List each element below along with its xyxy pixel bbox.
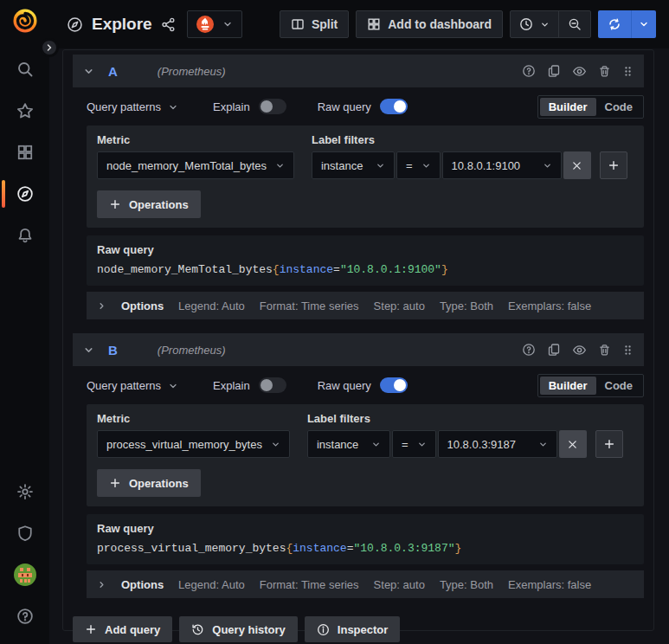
explain-label: Explain xyxy=(213,379,250,392)
filter-label-select[interactable]: instance xyxy=(307,430,390,458)
option-format: Format: Time series xyxy=(260,578,359,591)
filter-label-select[interactable]: instance xyxy=(312,151,395,179)
remove-query-icon[interactable] xyxy=(598,65,611,78)
add-to-dashboard-button[interactable]: Add to dashboard xyxy=(356,10,503,38)
datasource-picker[interactable] xyxy=(187,10,242,38)
builder-tab[interactable]: Builder xyxy=(540,98,596,116)
chevron-right-icon xyxy=(44,42,55,53)
raw-query-toggle[interactable] xyxy=(380,99,408,114)
add-filter-button[interactable] xyxy=(595,430,623,458)
remove-filter-button[interactable] xyxy=(563,151,591,179)
sidebar-item-profile[interactable] xyxy=(0,554,49,596)
disable-query-icon[interactable] xyxy=(572,343,587,357)
metric-select[interactable]: process_virtual_memory_bytes xyxy=(97,430,290,458)
filter-label-value: instance xyxy=(321,159,363,172)
raw-query-label: Raw query xyxy=(318,379,371,392)
split-button[interactable]: Split xyxy=(280,10,349,38)
remove-query-icon[interactable] xyxy=(598,344,611,357)
collapse-icon[interactable] xyxy=(83,66,94,77)
duplicate-query-icon[interactable] xyxy=(547,343,561,357)
avatar xyxy=(14,564,36,586)
option-exemplars: Exemplars: false xyxy=(508,299,591,312)
raw-query-section-label: Raw query xyxy=(97,243,634,256)
query-ref: A xyxy=(108,64,118,79)
operations-label: Operations xyxy=(129,198,189,211)
query-patterns-dropdown[interactable]: Query patterns xyxy=(87,379,161,392)
add-query-label: Add query xyxy=(105,623,160,636)
filter-value-select[interactable]: 10.8.0.1:9100 xyxy=(442,151,562,179)
label-filters-field: Label filters instance = 10.8. xyxy=(312,133,627,179)
add-query-button[interactable]: Add query xyxy=(73,616,172,642)
chevron-down-icon xyxy=(168,381,178,391)
time-range-picker[interactable] xyxy=(511,11,558,37)
sidebar-item-explore[interactable] xyxy=(0,173,49,215)
filter-operator-select[interactable]: = xyxy=(392,430,436,458)
bell-icon xyxy=(16,227,34,244)
query-options-row[interactable]: Options Legend: Auto Format: Time series… xyxy=(87,292,644,319)
inspector-button[interactable]: Inspector xyxy=(305,616,401,642)
drag-handle-icon[interactable] xyxy=(622,65,634,78)
sidebar-item-alerting[interactable] xyxy=(0,215,49,256)
filter-operator-value: = xyxy=(402,438,408,451)
query-toolbar: Query patterns Explain Raw query Builder… xyxy=(87,372,644,398)
duplicate-query-icon[interactable] xyxy=(547,64,561,78)
option-legend: Legend: Auto xyxy=(178,578,245,591)
filter-operator-select[interactable]: = xyxy=(396,151,441,179)
share-icon[interactable] xyxy=(161,17,176,32)
help-icon[interactable] xyxy=(522,64,536,78)
sidebar-item-starred[interactable] xyxy=(0,90,49,132)
filter-value-value: 10.8.0.1:9100 xyxy=(452,159,521,172)
magnifier-minus-icon xyxy=(568,17,582,31)
refresh-button[interactable] xyxy=(598,10,631,38)
collapse-icon[interactable] xyxy=(83,345,94,356)
query-a-header: A (Prometheus) xyxy=(73,55,644,87)
disable-query-icon[interactable] xyxy=(572,64,587,79)
sidebar-item-dashboards[interactable] xyxy=(0,132,49,173)
options-label: Options xyxy=(121,578,164,591)
add-filter-button[interactable] xyxy=(600,151,627,179)
explain-toggle[interactable] xyxy=(259,99,286,114)
chevron-down-icon xyxy=(371,440,381,449)
query-b-header: B (Prometheus) xyxy=(73,333,644,366)
grafana-logo[interactable] xyxy=(11,7,39,35)
sidebar-item-server-admin[interactable] xyxy=(0,512,49,554)
compass-icon xyxy=(67,16,83,33)
add-operation-button[interactable]: Operations xyxy=(97,469,201,497)
metric-select[interactable]: node_memory_MemTotal_bytes xyxy=(97,151,294,179)
expand-sidebar-button[interactable] xyxy=(40,38,59,57)
chevron-down-icon xyxy=(417,440,427,449)
query-ref: B xyxy=(108,343,118,357)
add-operation-button[interactable]: Operations xyxy=(97,190,201,218)
editor-mode-switch: Builder Code xyxy=(537,374,644,397)
filter-operator-value: = xyxy=(406,159,413,172)
refresh-interval-dropdown[interactable] xyxy=(631,10,656,38)
zoom-out-time-button[interactable] xyxy=(558,11,590,37)
chevron-down-icon xyxy=(275,161,285,171)
code-tab[interactable]: Code xyxy=(596,98,642,116)
plus-icon xyxy=(85,623,97,635)
option-type: Type: Both xyxy=(440,299,493,312)
label-filters-field: Label filters instance = 10.8. xyxy=(307,412,623,458)
help-icon[interactable] xyxy=(522,343,536,357)
chevron-down-icon xyxy=(168,102,178,113)
sidebar-item-configuration[interactable] xyxy=(0,471,49,512)
option-step: Step: auto xyxy=(374,578,425,591)
sidebar-item-search[interactable] xyxy=(0,48,49,90)
query-patterns-dropdown[interactable]: Query patterns xyxy=(87,100,161,113)
time-picker-group xyxy=(510,10,591,38)
explain-toggle[interactable] xyxy=(259,377,286,393)
query-history-button[interactable]: Query history xyxy=(179,616,298,642)
builder-tab[interactable]: Builder xyxy=(540,377,596,395)
search-icon xyxy=(16,61,34,78)
code-tab[interactable]: Code xyxy=(596,377,642,395)
raw-query-toggle[interactable] xyxy=(380,377,408,393)
sidebar-item-help[interactable] xyxy=(0,596,49,637)
query-history-label: Query history xyxy=(212,623,286,636)
option-step: Step: auto xyxy=(374,299,425,312)
chevron-down-icon xyxy=(222,19,233,29)
remove-filter-button[interactable] xyxy=(559,430,587,458)
filter-value-select[interactable]: 10.8.0.3:9187 xyxy=(438,430,557,458)
chevron-down-icon xyxy=(538,440,548,449)
query-options-row[interactable]: Options Legend: Auto Format: Time series… xyxy=(87,570,644,598)
drag-handle-icon[interactable] xyxy=(622,344,634,357)
